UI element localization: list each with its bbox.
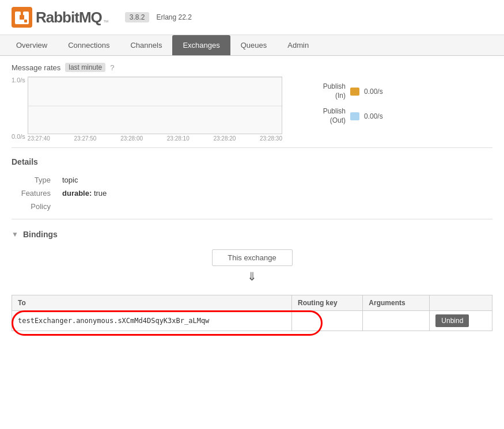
y-high: 1.0/s [12,77,25,83]
details-policy-row: Policy [12,200,492,213]
nav-admin[interactable]: Admin [277,35,319,55]
version-badge: 3.8.2 [125,12,150,22]
y-low: 0.0/s [12,133,25,140]
x-label-0: 23:27:40 [28,135,50,142]
bindings-table-head: To Routing key Arguments [12,295,492,311]
publish-in-value: 0.00/s [364,88,383,96]
details-type-label: Type [12,173,58,187]
col-to: To [12,295,292,311]
erlang-badge: Erlang 22.2 [156,13,191,21]
publish-out-color [350,112,359,120]
details-features-row: Features durable: true [12,187,492,200]
chart-container: 1.0/s 0.0/s 23:27:40 23:27:50 [12,77,492,142]
header: RabbitMQ ™ 3.8.2 Erlang 22.2 [0,0,504,35]
x-label-5: 23:28:30 [260,135,282,142]
chart-area: 1.0/s 0.0/s 23:27:40 23:27:50 [12,77,282,142]
bindings-header[interactable]: ▼ Bindings [12,225,492,244]
logo-text: RabbitMQ [36,9,102,26]
durable-key: durable: [62,189,92,198]
publish-out-value: 0.00/s [364,112,383,120]
logo: RabbitMQ ™ [12,7,109,28]
nav-connections[interactable]: Connections [58,35,120,55]
durable-value: true [94,189,107,198]
chart-legend: Publish (In) 0.00/s Publish (Out) 0.00/s [305,82,383,125]
legend-publish-out: Publish (Out) 0.00/s [305,107,383,125]
col-arguments: Arguments [363,295,430,311]
details-type-value: topic [58,173,492,187]
details-policy-value [58,200,492,213]
binding-to: testExchanger.anonymous.sXCmMd4DSqyK3xBr… [12,311,292,331]
legend-publish-in: Publish (In) 0.00/s [305,82,383,100]
binding-row: testExchanger.anonymous.sXCmMd4DSqyK3xBr… [12,311,492,331]
details-type-row: Type topic [12,173,492,187]
x-label-3: 23:28:10 [167,135,190,142]
logo-dot: ™ [103,19,109,25]
details-section-title: Details [12,157,492,169]
details-table: Type topic Features durable: true Policy [12,173,492,213]
divider-2 [12,219,492,219]
bindings-title: Bindings [23,230,58,239]
nav-overview[interactable]: Overview [6,35,58,55]
main-nav: Overview Connections Channels Exchanges … [0,35,504,56]
svg-rect-5 [24,20,27,22]
bindings-table-wrapper: To Routing key Arguments testExchanger.a… [12,287,492,335]
publish-in-label: Publish (In) [305,82,346,100]
nav-queues[interactable]: Queues [230,35,278,55]
x-label-2: 23:28:00 [120,135,143,142]
bindings-header-row: To Routing key Arguments [12,295,492,311]
chart-y-labels: 1.0/s 0.0/s [12,77,25,140]
binding-action: Unbind [430,311,492,331]
triangle-icon: ▼ [12,230,18,238]
bindings-content: This exchange ⇓ To Routing key Arguments… [12,244,492,340]
chart-box [28,77,282,134]
col-routing-key: Routing key [291,295,362,311]
details-policy-label: Policy [12,200,58,213]
bindings-table-body: testExchanger.anonymous.sXCmMd4DSqyK3xBr… [12,311,492,331]
bindings-table: To Routing key Arguments testExchanger.a… [12,295,492,331]
main-content: Message rates last minute ? 1.0/s 0.0/s [0,56,504,347]
this-exchange-button[interactable]: This exchange [212,249,293,266]
filter-badge[interactable]: last minute [65,63,105,72]
binding-routing-key [291,311,362,331]
publish-in-color [350,88,359,96]
message-rates-section: Message rates last minute ? [12,63,492,72]
divider-1 [12,147,492,148]
unbind-button[interactable]: Unbind [435,314,469,327]
svg-rect-4 [20,15,24,20]
nav-exchanges[interactable]: Exchanges [172,35,230,55]
chart-svg [28,77,282,134]
message-rates-label: Message rates [12,63,60,72]
nav-channels[interactable]: Channels [120,35,172,55]
x-label-1: 23:27:50 [74,135,97,142]
chart-x-labels: 23:27:40 23:27:50 23:28:00 23:28:10 23:2… [28,135,282,142]
col-action [430,295,492,311]
rabbitmq-logo-icon [12,7,32,28]
arrow-down: ⇓ [12,269,492,283]
help-icon[interactable]: ? [110,63,114,72]
details-features-value: durable: true [58,187,492,200]
publish-out-label: Publish (Out) [305,107,346,125]
x-label-4: 23:28:20 [213,135,236,142]
binding-arguments [363,311,430,331]
details-features-label: Features [12,187,58,200]
